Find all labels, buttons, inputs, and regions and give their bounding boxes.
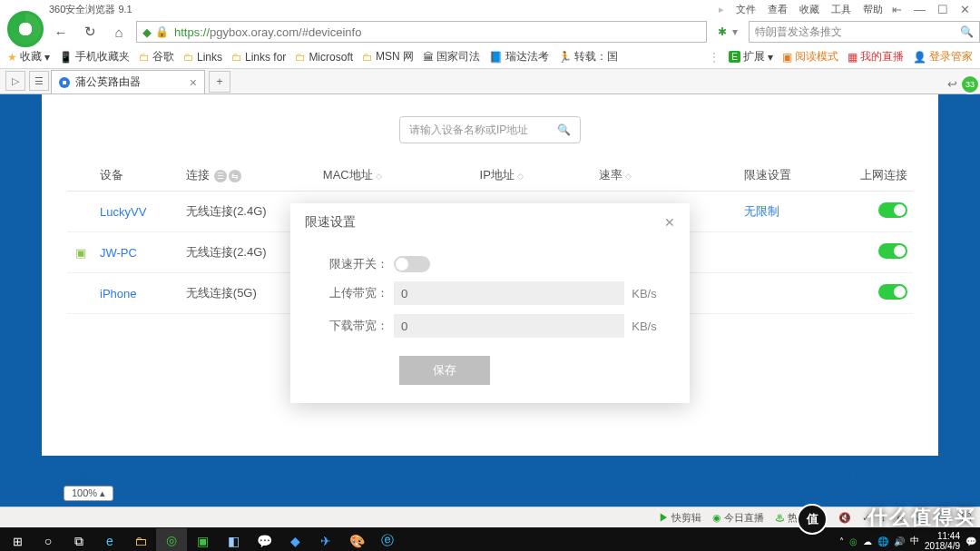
taskview-icon[interactable]: ⧉ bbox=[64, 528, 94, 551]
pin-icon[interactable]: ⇤ bbox=[892, 3, 902, 16]
browser-logo-icon bbox=[7, 11, 44, 47]
maximize-icon[interactable]: ☐ bbox=[937, 3, 948, 16]
app3-icon[interactable]: ◆ bbox=[279, 528, 310, 551]
bm-trunc[interactable]: 🏃转载：国 bbox=[558, 49, 618, 64]
mute-icon[interactable]: 🔇 bbox=[838, 512, 851, 524]
net-icon[interactable]: ℮ bbox=[897, 512, 903, 523]
url-proto: https:// bbox=[174, 25, 210, 39]
app5-icon[interactable]: 🎨 bbox=[341, 528, 372, 551]
download-unit: KB/s bbox=[624, 320, 664, 333]
tray-clock[interactable]: 11:442018/4/9 bbox=[925, 531, 960, 551]
bm-linksfor[interactable]: 🗀Links for bbox=[231, 51, 286, 64]
device-link[interactable]: JW-PC bbox=[100, 246, 137, 260]
th-conn: 连接 ☰⇆ bbox=[181, 160, 318, 192]
dropdown-icon[interactable]: ▾ bbox=[732, 25, 738, 38]
tab-favicon-icon bbox=[59, 77, 70, 88]
download-input[interactable] bbox=[394, 314, 624, 338]
tray-cloud-icon[interactable]: ☁ bbox=[863, 536, 872, 546]
app4-icon[interactable]: ✈ bbox=[310, 528, 341, 551]
th-mac[interactable]: MAC地址◇ bbox=[318, 160, 475, 192]
th-limit: 限速设置 bbox=[739, 160, 826, 192]
bm-ruida[interactable]: 📘瑞达法考 bbox=[489, 49, 549, 64]
tray-vol-icon[interactable]: 🔊 bbox=[894, 536, 905, 546]
app-menu: ▸ 文件 查看 收藏 工具 帮助 bbox=[714, 3, 887, 16]
device-search-input[interactable]: 请输入设备名称或IP地址 🔍 bbox=[399, 116, 581, 143]
explorer-icon[interactable]: 🗀 bbox=[125, 528, 156, 551]
device-link[interactable]: LuckyVV bbox=[100, 205, 146, 219]
new-tab-button[interactable]: + bbox=[209, 71, 230, 93]
tray-up-icon[interactable]: ˄ bbox=[839, 536, 844, 546]
bm-google[interactable]: 🗀谷歌 bbox=[139, 49, 174, 64]
rate-limit-toggle[interactable] bbox=[394, 256, 430, 272]
tray-net-icon[interactable]: 🌐 bbox=[877, 536, 888, 546]
rate-limit-link[interactable]: 无限制 bbox=[744, 204, 779, 218]
menu-help[interactable]: 帮助 bbox=[863, 4, 883, 15]
edge-icon[interactable]: e bbox=[94, 528, 125, 551]
tray-notif-icon[interactable]: 💬 bbox=[965, 536, 976, 546]
close-window-icon[interactable]: ✕ bbox=[960, 3, 970, 16]
today-live-button[interactable]: ◉ 今日直播 bbox=[712, 511, 764, 525]
license-link-2[interactable]: 沪B2-20100004-1 bbox=[316, 467, 402, 480]
search-icon[interactable]: 🔍 bbox=[960, 25, 974, 38]
menu-fav[interactable]: 收藏 bbox=[799, 4, 819, 15]
address-bar[interactable]: ◆ 🔒 https:// pgybox.oray.com/#deviceinfo bbox=[136, 21, 707, 43]
quick-cut-button[interactable]: ▶ 快剪辑 bbox=[659, 511, 701, 525]
sidebar-toggle-icon[interactable]: ▷ bbox=[5, 71, 25, 91]
upload-unit: KB/s bbox=[624, 287, 664, 300]
net-switch[interactable] bbox=[878, 284, 907, 300]
perf-icon[interactable]: ✓ bbox=[862, 512, 870, 524]
app2-icon[interactable]: ◧ bbox=[218, 528, 249, 551]
favorites-button[interactable]: ★收藏 ▾ bbox=[7, 49, 50, 64]
bm-links[interactable]: 🗀Links bbox=[183, 51, 222, 64]
bm-microsoft[interactable]: 🗀Microsoft bbox=[295, 51, 353, 64]
save-button[interactable]: 保存 bbox=[399, 356, 490, 385]
device-link[interactable]: iPhone bbox=[100, 287, 136, 300]
download-icon[interactable]: ↓ bbox=[881, 512, 887, 523]
my-live-button[interactable]: ▦ 我的直播 bbox=[848, 49, 904, 64]
bm-gov[interactable]: 🏛国家司法 bbox=[423, 49, 480, 64]
back-button[interactable]: ← bbox=[49, 21, 73, 43]
license-link-1[interactable]: 沪B2-20100004 bbox=[179, 467, 255, 480]
menu-view[interactable]: 查看 bbox=[768, 4, 788, 15]
med-icon[interactable]: 🩺 bbox=[914, 512, 926, 524]
modal-close-icon[interactable]: ✕ bbox=[664, 215, 675, 230]
login-mgr-button[interactable]: 👤 登录管家 bbox=[913, 49, 973, 64]
bm-mobile[interactable]: 📱手机收藏夹 bbox=[59, 49, 130, 64]
net-switch[interactable] bbox=[878, 243, 907, 259]
upload-input[interactable] bbox=[394, 281, 624, 305]
ie-icon[interactable]: ⓔ bbox=[372, 528, 403, 551]
copyright: Copyright © 2002-2018 Oray. All Rights R… bbox=[695, 468, 935, 481]
th-ip[interactable]: IP地址◇ bbox=[475, 160, 594, 192]
cortana-icon[interactable]: ○ bbox=[33, 528, 64, 551]
net-switch[interactable] bbox=[878, 202, 907, 218]
modal-title: 限速设置 bbox=[305, 214, 356, 231]
hot-news-button[interactable]: ♨ 热点资讯 bbox=[775, 511, 828, 525]
home-button[interactable]: ⌂ bbox=[107, 21, 131, 43]
ext-button[interactable]: E扩展 ▾ bbox=[729, 49, 773, 64]
th-rate[interactable]: 速率◇ bbox=[593, 160, 739, 192]
tab-active[interactable]: 蒲公英路由器 × bbox=[51, 70, 205, 93]
360browser-icon[interactable]: ◎ bbox=[156, 528, 187, 551]
extensions-icon[interactable]: ✱ bbox=[718, 25, 727, 38]
wechat-icon[interactable]: 💬 bbox=[249, 528, 279, 551]
notif-badge[interactable]: 33 bbox=[960, 74, 980, 94]
reload-button[interactable]: ↻ bbox=[78, 21, 102, 43]
tray-360-icon[interactable]: ◎ bbox=[849, 536, 858, 546]
zoom-chip[interactable]: 100% ▴ bbox=[64, 486, 113, 501]
tray-ime-icon[interactable]: 中 bbox=[910, 535, 919, 547]
restore-tab-icon[interactable]: ↩ bbox=[947, 77, 957, 91]
url-text: pgybox.oray.com/#deviceinfo bbox=[210, 25, 361, 39]
menu-tool[interactable]: 工具 bbox=[831, 4, 851, 15]
tab-close-icon[interactable]: × bbox=[190, 75, 197, 90]
menu-file[interactable]: 文件 bbox=[736, 4, 756, 15]
search-box[interactable]: 特朗普发这条推文 🔍 bbox=[749, 21, 980, 43]
fullscreen-icon[interactable]: ⛶ bbox=[961, 512, 971, 523]
app1-icon[interactable]: ▣ bbox=[187, 528, 218, 551]
rate-limit-modal: 限速设置 ✕ 限速开关： 上传带宽： KB/s 下载带宽： KB/s 保存 bbox=[290, 203, 690, 403]
start-button[interactable]: ⊞ bbox=[2, 528, 33, 551]
tab-list-icon[interactable]: ☰ bbox=[29, 71, 49, 91]
read-mode-button[interactable]: ▣ 阅读模式 bbox=[782, 49, 838, 64]
zoom-icon[interactable]: 🔍 bbox=[937, 512, 950, 524]
minimize-icon[interactable]: ― bbox=[914, 3, 926, 16]
bm-msn[interactable]: 🗀MSN 网 bbox=[362, 49, 414, 64]
